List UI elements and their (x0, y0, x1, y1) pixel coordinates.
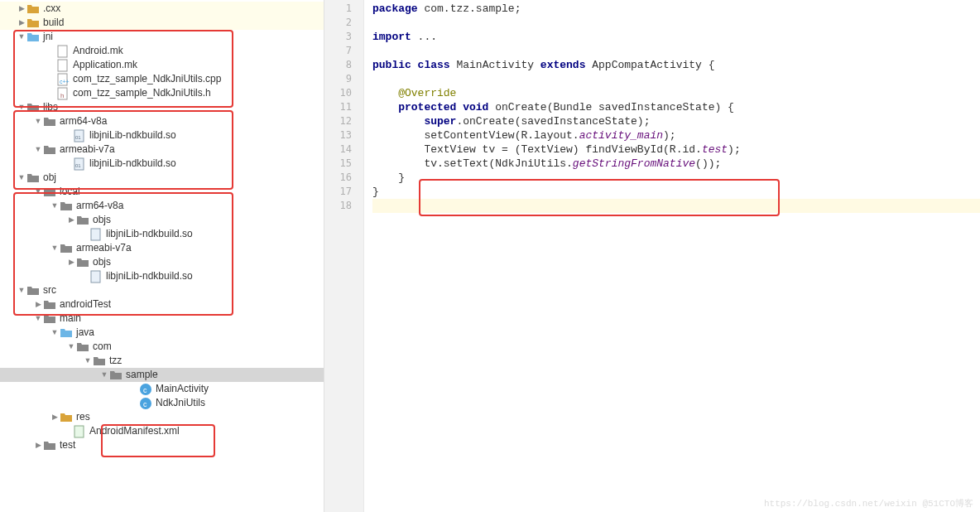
svg-text:c: c (143, 400, 147, 408)
tree-label: libjniLib-ndkbuild.so (89, 157, 176, 171)
svg-text:01: 01 (75, 135, 81, 140)
folder-icon (43, 186, 56, 199)
folder-icon (60, 411, 73, 424)
tree-item-test[interactable]: ▶test (0, 438, 324, 452)
code-token: onCreate(Bundle savedInstanceState) { (495, 101, 734, 114)
binary-file-icon (89, 270, 103, 283)
folder-icon (43, 439, 56, 452)
tree-item-so3[interactable]: libjniLib-ndkbuild.so (0, 227, 324, 241)
tree-label: objs (93, 213, 111, 227)
tree-item-jni[interactable]: ▼jni (0, 30, 324, 44)
tree-label: obj (43, 171, 56, 185)
line-number: 2 (324, 16, 363, 30)
tree-item-so2[interactable]: 01libjniLib-ndkbuild.so (0, 157, 324, 171)
tree-item-arm64b[interactable]: ▼arm64-v8a (0, 199, 324, 213)
project-tree[interactable]: ▶.cxx ▶build ▼jni Android.mk Application… (0, 0, 324, 512)
tree-item-armeabi[interactable]: ▼armeabi-v7a (0, 142, 324, 157)
tree-item-manifest[interactable]: AndroidManifest.xml (0, 424, 324, 438)
line-number: 8 (324, 58, 363, 72)
tree-item-cxx[interactable]: ▶.cxx (0, 2, 324, 16)
tree-item-mainactivity[interactable]: cMainActivity (0, 382, 324, 396)
tree-label: jni (43, 30, 53, 44)
tree-label: armeabi-v7a (76, 241, 132, 255)
tree-item-androidtest[interactable]: ▶androidTest (0, 297, 324, 312)
tree-label: tzz (109, 354, 122, 368)
tree-item-arm64[interactable]: ▼arm64-v8a (0, 114, 324, 128)
code-token: AppCompatActivity { (592, 59, 714, 71)
code-editor[interactable]: 1 2 3 7 8 9 10 11 12 13 14 15 16 17 18 p… (324, 0, 980, 512)
package-icon (93, 355, 106, 368)
code-token: setContentView(R.layout. (372, 129, 579, 142)
svg-rect-1 (58, 60, 67, 71)
tree-item-main[interactable]: ▼main (0, 312, 324, 326)
line-number: 11 (324, 100, 363, 114)
folder-icon (60, 242, 73, 255)
svg-rect-10 (91, 229, 100, 240)
code-token: ); (728, 143, 741, 156)
tree-item-application-mk[interactable]: Application.mk (0, 58, 324, 72)
code-area[interactable]: package com.tzz.sample; import ... publi… (364, 0, 980, 512)
line-number: 1 (324, 2, 363, 16)
tree-label: libs (43, 100, 58, 114)
code-token: } (372, 186, 379, 198)
line-number: 15 (324, 157, 363, 171)
class-icon: c (139, 383, 152, 396)
tree-label: sample (126, 368, 158, 382)
line-number: 14 (324, 142, 363, 157)
tree-item-h[interactable]: hcom_tzz_sample_NdkJniUtils.h (0, 86, 324, 100)
tree-item-obj[interactable]: ▼obj (0, 171, 324, 185)
tree-label: libjniLib-ndkbuild.so (89, 128, 176, 142)
file-icon (56, 45, 70, 58)
line-number: 17 (324, 185, 363, 199)
tree-label: libjniLib-ndkbuild.so (106, 269, 193, 283)
svg-rect-0 (58, 46, 67, 57)
folder-icon (26, 101, 40, 114)
code-token: extends (540, 59, 592, 71)
code-token: .onCreate(savedInstanceState); (456, 115, 650, 128)
tree-label: MainActivity (156, 382, 209, 396)
code-token: @Override (372, 87, 456, 99)
folder-icon (26, 31, 40, 44)
tree-item-android-mk[interactable]: Android.mk (0, 44, 324, 58)
line-number: 9 (324, 72, 363, 86)
tree-label: armeabi-v7a (60, 142, 115, 157)
tree-label: AndroidManifest.xml (89, 424, 180, 438)
line-number: 16 (324, 171, 363, 185)
folder-icon (26, 171, 40, 185)
tree-item-sample[interactable]: ▼sample (0, 368, 324, 382)
tree-item-objs1[interactable]: ▶objs (0, 213, 324, 227)
tree-item-com[interactable]: ▼com (0, 340, 324, 354)
tree-item-ndkjniutils[interactable]: cNdkJniUtils (0, 396, 324, 410)
code-token: public class (372, 59, 456, 71)
cpp-file-icon: c++ (56, 73, 70, 86)
binary-file-icon: 01 (73, 157, 86, 171)
tree-item-tzz[interactable]: ▼tzz (0, 354, 324, 368)
code-token: ... (418, 31, 437, 43)
tree-item-cpp[interactable]: c++com_tzz_sample_NdkJniUtils.cpp (0, 72, 324, 86)
code-token: test (702, 143, 728, 156)
svg-text:c: c (143, 386, 147, 394)
tree-label: arm64-v8a (60, 114, 107, 128)
code-token: import (372, 31, 418, 43)
tree-item-so4[interactable]: libjniLib-ndkbuild.so (0, 269, 324, 283)
svg-text:01: 01 (75, 163, 81, 168)
tree-item-so1[interactable]: 01libjniLib-ndkbuild.so (0, 128, 324, 142)
tree-item-libs[interactable]: ▼libs (0, 100, 324, 114)
tree-item-src[interactable]: ▼src (0, 283, 324, 297)
code-token: tv.setText(NdkJniUtils. (372, 157, 573, 170)
tree-item-local[interactable]: ▼local (0, 185, 324, 199)
tree-label: com_tzz_sample_NdkJniUtils.h (73, 86, 211, 100)
tree-item-armeabib[interactable]: ▼armeabi-v7a (0, 241, 324, 255)
tree-item-res[interactable]: ▶res (0, 410, 324, 424)
tree-label: build (43, 16, 64, 30)
tree-item-java[interactable]: ▼java (0, 326, 324, 340)
tree-label: local (60, 185, 80, 199)
tree-item-build[interactable]: ▶build (0, 16, 324, 30)
code-token: ()); (695, 157, 721, 170)
folder-icon (43, 312, 56, 326)
tree-item-objs2[interactable]: ▶objs (0, 255, 324, 269)
folder-icon (76, 256, 89, 269)
code-token: MainActivity (456, 59, 540, 71)
class-icon: c (139, 397, 152, 410)
line-number: 12 (324, 114, 363, 128)
